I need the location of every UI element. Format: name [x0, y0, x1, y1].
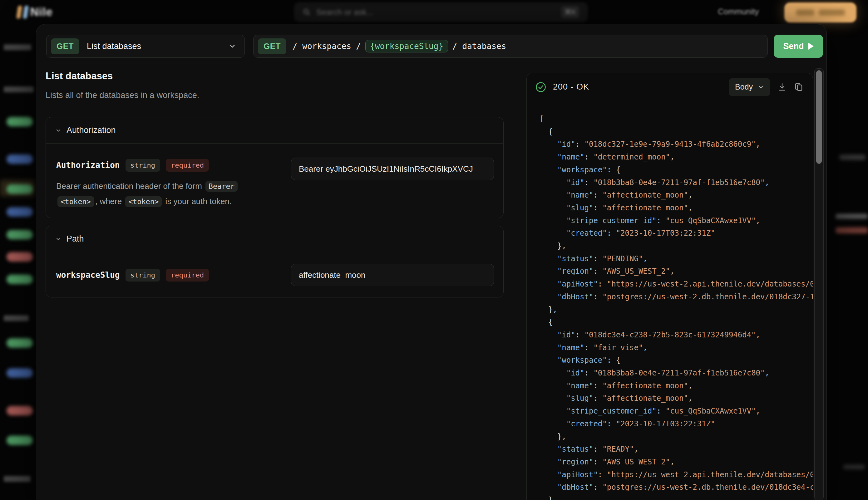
- bg-text-smudge: [839, 155, 866, 160]
- response-view-select[interactable]: Body: [729, 78, 770, 96]
- sidebar-method-badge: [7, 338, 33, 348]
- json-line: "apiHost": "https://us-west-2.api.thenil…: [539, 278, 813, 291]
- copy-icon: [794, 82, 804, 92]
- json-line: "workspace": {: [539, 354, 813, 367]
- json-line: },: [539, 494, 813, 500]
- content-divider: [834, 25, 834, 500]
- community-link[interactable]: Community: [718, 7, 759, 16]
- brand-wordmark: Nile: [30, 5, 53, 19]
- inline-code: <token>: [125, 196, 162, 207]
- path-section-toggle[interactable]: Path: [46, 226, 503, 252]
- nile-logo[interactable]: Nile: [17, 5, 53, 19]
- json-line: "id": "018b3ba8-0e4e-7211-97af-f1eb516e7…: [539, 367, 813, 379]
- sidebar-method-badge: [7, 230, 33, 239]
- description-text: Bearer authentication header of the form: [56, 181, 204, 191]
- sidebar-section-label: [4, 315, 29, 321]
- chevron-down-icon: [758, 84, 764, 90]
- api-playground-modal: GET List databases GET / workspaces / {w…: [36, 24, 827, 500]
- sidebar-section-label: [4, 44, 31, 50]
- section-title: Path: [67, 234, 84, 244]
- json-line: "status": "PENDING",: [539, 252, 813, 265]
- download-response-button[interactable]: [777, 82, 787, 92]
- path-param-pill[interactable]: {workspaceSlug}: [365, 40, 448, 53]
- success-check-icon: [536, 82, 546, 92]
- description-text: , where: [95, 197, 124, 206]
- global-search-input[interactable]: Search or ask... ⌘K: [294, 2, 588, 22]
- sidebar-divider: [35, 25, 35, 500]
- json-line: "region": "AWS_US_WEST_2",: [539, 265, 813, 278]
- param-row-workspace-slug: workspaceSlug string required: [56, 268, 209, 282]
- response-view-label: Body: [735, 82, 753, 91]
- param-name: workspaceSlug: [56, 270, 120, 280]
- authorization-input[interactable]: [291, 158, 494, 180]
- path-section: Path workspaceSlug string required: [46, 226, 504, 297]
- authorization-section-toggle[interactable]: Authorization: [46, 117, 503, 144]
- page-title: List databases: [46, 70, 113, 82]
- logo-bar-orange: [16, 5, 22, 19]
- method-badge-get: GET: [258, 38, 286, 54]
- sidebar-method-badge: [7, 252, 33, 262]
- sidebar-method-badge: [7, 436, 33, 445]
- sidebar-method-badge: [7, 368, 33, 378]
- page-description: Lists all of the databases in a workspac…: [46, 91, 199, 100]
- param-description: Bearer authentication header of the form…: [56, 179, 275, 209]
- json-line: "status": "READY",: [539, 443, 813, 456]
- json-line: "apiHost": "https://us-west-2.api.thenil…: [539, 468, 813, 481]
- bg-row-smudge: [835, 214, 868, 219]
- json-line: "dbHost": "postgres://us-west-2.db.theni…: [539, 481, 813, 494]
- send-button[interactable]: Send: [774, 35, 823, 58]
- path-segment: / databases: [452, 42, 506, 51]
- cta-text-smudge: [796, 9, 814, 15]
- response-status: 200 - OK: [553, 82, 722, 92]
- json-line: "dbHost": "postgres://us-west-2.db.theni…: [539, 291, 813, 303]
- json-line: "name": "affectionate_moon",: [539, 379, 813, 392]
- json-line: "name": "fair_vise",: [539, 341, 813, 354]
- json-line: {: [539, 316, 813, 329]
- bg-error-smudge: [835, 227, 868, 234]
- json-line: "workspace": {: [539, 163, 813, 177]
- description-text: is your auth token.: [163, 197, 232, 206]
- method-badge-get: GET: [51, 38, 79, 54]
- authorization-section: Authorization Authorization string requi…: [46, 117, 504, 218]
- json-line: [: [539, 113, 813, 125]
- json-line: "name": "affectionate_moon",: [539, 189, 813, 202]
- chevron-down-icon: [55, 236, 61, 242]
- response-body[interactable]: [ { "id": "018dc327-1e9e-79a9-9413-4f6ab…: [527, 101, 813, 500]
- play-icon: [808, 43, 814, 50]
- logo-bar-blue: [23, 5, 29, 19]
- cta-text-smudge: [819, 9, 845, 15]
- json-line: "stripe_customer_id": "cus_QqSbaCXAwxe1V…: [539, 214, 813, 227]
- response-panel: 200 - OK Body [ { "id": "018dc327-1e9e: [527, 73, 813, 500]
- endpoint-selector-label: List databases: [87, 42, 228, 51]
- search-icon: [303, 8, 311, 16]
- endpoint-selector-dropdown[interactable]: GET List databases: [46, 35, 245, 58]
- json-line: "id": "018dc3e4-c238-72b5-823c-617324994…: [539, 329, 813, 341]
- copy-response-button[interactable]: [794, 82, 804, 92]
- json-line: "region": "AWS_US_WEST_2",: [539, 456, 813, 468]
- bg-text-smudge: [843, 464, 865, 469]
- json-line: },: [539, 303, 813, 316]
- sidebar-section-label: [4, 476, 31, 482]
- search-placeholder: Search or ask...: [316, 8, 561, 17]
- sidebar-method-badge: [7, 275, 33, 284]
- download-icon: [777, 82, 787, 92]
- app-window: Nile Search or ask... ⌘K Community GET L…: [0, 0, 868, 500]
- request-url-bar[interactable]: GET / workspaces / {workspaceSlug} / dat…: [253, 35, 768, 58]
- request-path: / workspaces / {workspaceSlug} / databas…: [293, 40, 506, 53]
- json-line: },: [539, 430, 813, 443]
- sidebar-method-badge: [7, 155, 33, 164]
- keyboard-shortcut-badge: ⌘K: [561, 6, 579, 18]
- path-segment: / workspaces /: [293, 42, 361, 51]
- sidebar-method-badge: [7, 406, 33, 416]
- param-type-badge: string: [125, 269, 160, 282]
- scrollbar-thumb[interactable]: [816, 70, 822, 164]
- json-line: "id": "018b3ba8-0e4e-7211-97af-f1eb516e7…: [539, 177, 813, 189]
- json-line: },: [539, 240, 813, 252]
- sidebar-section-label: [4, 87, 34, 92]
- workspace-slug-input[interactable]: [291, 264, 494, 286]
- cta-button[interactable]: [784, 2, 856, 22]
- send-button-label: Send: [783, 42, 804, 51]
- modal-scrollbar[interactable]: [814, 68, 824, 500]
- sidebar-method-badge: [7, 184, 33, 194]
- sidebar-method-badge: [7, 117, 33, 126]
